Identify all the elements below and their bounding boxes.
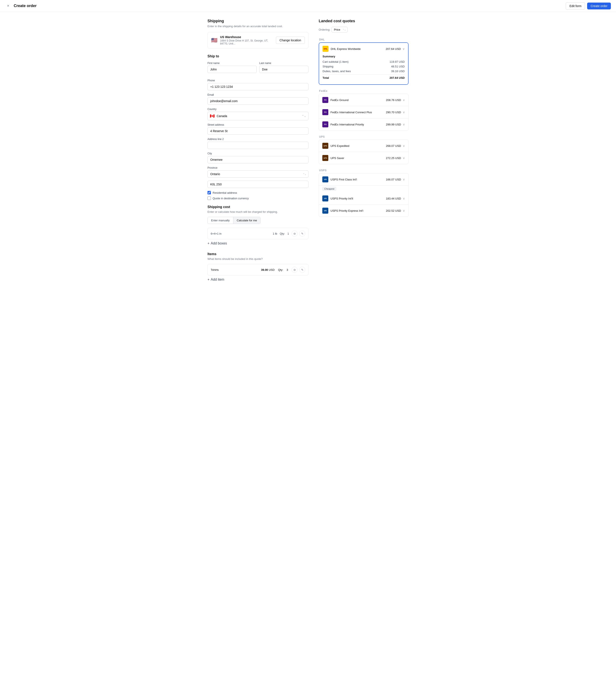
right-panel: Landed cost quotes Ordering: Price Name … bbox=[319, 19, 409, 282]
warehouse-details: US Warehouse 1664 S Dixie Drive H 107, S… bbox=[220, 35, 276, 45]
dhl-carrier-price: 207.64 USD ∨ bbox=[386, 47, 405, 51]
usps-priority-express-row[interactable]: US USPS Priority Express Int'l 202.52 US… bbox=[319, 205, 408, 217]
fedex-ground-row[interactable]: FX FedEx Ground 208.76 USD ∨ bbox=[319, 94, 408, 106]
last-name-label: Last name bbox=[259, 62, 308, 65]
location-box: 🇺🇸 US Warehouse 1664 S Dixie Drive H 107… bbox=[207, 32, 308, 48]
main-content: Shipping Enter in the shipping details f… bbox=[190, 12, 426, 288]
province-select[interactable]: Ontario British Columbia Quebec bbox=[207, 171, 308, 178]
create-order-button[interactable]: Create order bbox=[587, 3, 611, 10]
usps-priority-price: 183.44 USD ∨ bbox=[386, 197, 405, 200]
ups-saver-chevron-icon: ∨ bbox=[403, 156, 405, 160]
ups-expedited-price-value: 268.07 USD bbox=[386, 144, 401, 148]
usps-priority-express-chevron-icon: ∨ bbox=[403, 209, 405, 212]
header-right: Edit form Create order bbox=[566, 2, 611, 10]
left-panel: Shipping Enter in the shipping details f… bbox=[207, 19, 319, 282]
ups-saver-row[interactable]: UPS UPS Saver 272.25 USD ∨ bbox=[319, 152, 408, 164]
ship-to-title: Ship to bbox=[207, 54, 308, 58]
usps-first-class-chevron-icon: ∨ bbox=[403, 178, 405, 181]
close-icon: × bbox=[7, 4, 10, 8]
usps-priority-logo: US bbox=[322, 196, 328, 201]
fedex-priority-price: 299.99 USD ∨ bbox=[386, 123, 405, 126]
ups-expedited-row[interactable]: UPS UPS Expedited 268.07 USD ∨ bbox=[319, 140, 408, 152]
edit-item-button[interactable]: ✎ bbox=[299, 267, 305, 273]
box-row: 6×4×1 in 1 lb Qty: 1 ⊖ ✎ bbox=[207, 228, 308, 239]
fedex-card: FX FedEx Ground 208.76 USD ∨ FX FedEx In… bbox=[319, 94, 409, 130]
item-actions: ⊖ ✎ bbox=[292, 267, 305, 273]
province-select-wrap: Ontario British Columbia Quebec bbox=[207, 171, 308, 178]
delete-box-button[interactable]: ⊖ bbox=[292, 230, 297, 237]
city-group: City bbox=[207, 152, 308, 163]
fedex-priority-left: FX FedEx International Priority bbox=[322, 121, 364, 127]
phone-label: Phone bbox=[207, 79, 308, 82]
residential-checkbox[interactable] bbox=[207, 191, 211, 195]
item-price: 39.00 USD bbox=[261, 268, 274, 272]
add-item-link[interactable]: + Add item bbox=[207, 278, 308, 282]
box-weight: 1 lb bbox=[273, 232, 277, 235]
enter-manually-tab[interactable]: Enter manually bbox=[208, 217, 233, 224]
fedex-connect-chevron-icon: ∨ bbox=[403, 111, 405, 114]
quote-currency-checkbox[interactable] bbox=[207, 197, 211, 200]
usps-priority-express-logo: US bbox=[322, 208, 328, 214]
street-label: Street address bbox=[207, 123, 308, 126]
quote-currency-group: Quote in destination currency bbox=[207, 197, 308, 200]
cheapest-badge: Cheapest bbox=[322, 187, 336, 191]
app-header: × Create order Edit form Create order bbox=[0, 0, 616, 12]
residential-group: Residential address bbox=[207, 191, 308, 195]
email-input[interactable] bbox=[207, 97, 308, 105]
edit-form-button[interactable]: Edit form bbox=[566, 2, 585, 10]
ups-expedited-name: UPS Expedited bbox=[331, 144, 349, 148]
carrier-group-dhl: DHL DHL DHL Express Worldwide 207.64 USD… bbox=[319, 37, 409, 85]
delete-item-button[interactable]: ⊖ bbox=[292, 267, 297, 273]
street-input[interactable] bbox=[207, 127, 308, 135]
country-label: Country bbox=[207, 108, 308, 111]
usps-priority-row[interactable]: US USPS Priority Int'll 183.44 USD ∨ bbox=[319, 192, 408, 205]
page-title: Create order bbox=[14, 4, 37, 8]
fedex-ground-logo: FX bbox=[322, 97, 328, 103]
last-name-input[interactable] bbox=[259, 66, 308, 73]
usps-first-class-price-value: 166.07 USD bbox=[386, 178, 401, 181]
usps-first-class-left: US USPS First Class Int'l bbox=[322, 176, 357, 183]
fedex-priority-logo: FX bbox=[322, 121, 328, 127]
ups-expedited-price: 268.07 USD ∨ bbox=[386, 144, 405, 148]
usps-priority-chevron-icon: ∨ bbox=[403, 197, 405, 200]
usps-priority-left: US USPS Priority Int'll bbox=[322, 196, 353, 201]
first-name-input[interactable] bbox=[207, 66, 257, 73]
plus-icon: + bbox=[207, 241, 209, 245]
dhl-selected-header[interactable]: DHL DHL Express Worldwide 207.64 USD ∨ bbox=[319, 43, 408, 55]
header-left: × Create order bbox=[5, 3, 37, 9]
summary-row-subtotal: Cart subtotal (1 item) 119.97 USD bbox=[322, 60, 405, 63]
fedex-connect-row[interactable]: FX FedEx International Connect Plus 290.… bbox=[319, 106, 408, 118]
carrier-group-usps: USPS US USPS First Class Int'l 166.07 US… bbox=[319, 167, 409, 217]
quotes-title: Landed cost quotes bbox=[319, 19, 409, 23]
phone-input[interactable] bbox=[207, 83, 308, 90]
country-select[interactable]: Canada United States bbox=[217, 113, 300, 120]
summary-total-value: 207.64 USD bbox=[389, 76, 405, 79]
ship-to-section: Ship to First name Last name Phone Email bbox=[207, 54, 308, 200]
ups-saver-logo: UPS bbox=[322, 155, 328, 161]
summary-subtotal-value: 119.97 USD bbox=[389, 60, 405, 63]
ordering-select[interactable]: Price Name bbox=[332, 27, 348, 33]
ordering-label: Ordering: bbox=[319, 28, 330, 31]
usps-priority-express-left: US USPS Priority Express Int'l bbox=[322, 208, 363, 214]
dhl-selected-card: DHL DHL Express Worldwide 207.64 USD ∨ S… bbox=[319, 42, 409, 85]
add-boxes-link[interactable]: + Add boxes bbox=[207, 241, 308, 245]
street-group: Street address bbox=[207, 123, 308, 135]
change-location-button[interactable]: Change location bbox=[276, 37, 305, 44]
calculate-tab[interactable]: Calculate for me bbox=[233, 217, 260, 224]
phone-group: Phone bbox=[207, 79, 308, 90]
edit-box-button[interactable]: ✎ bbox=[299, 230, 305, 237]
fedex-connect-price-value: 290.70 USD bbox=[386, 111, 401, 114]
close-button[interactable]: × bbox=[5, 3, 11, 9]
fedex-connect-price: 290.70 USD ∨ bbox=[386, 111, 405, 114]
fedex-group-label: FedEx bbox=[319, 88, 409, 94]
fedex-connect-left: FX FedEx International Connect Plus bbox=[322, 109, 372, 115]
postal-input[interactable] bbox=[207, 181, 308, 188]
address2-group: Address line 2 bbox=[207, 138, 308, 149]
usps-first-class-row[interactable]: US USPS First Class Int'l 166.07 USD ∨ bbox=[319, 173, 408, 186]
country-flag: 🇨🇦 bbox=[208, 112, 217, 120]
city-input[interactable] bbox=[207, 156, 308, 163]
fedex-priority-row[interactable]: FX FedEx International Priority 299.99 U… bbox=[319, 118, 408, 130]
summary-row-shipping: Shipping 48.51 USD bbox=[322, 65, 405, 68]
dhl-carrier-name: DHL Express Worldwide bbox=[331, 47, 361, 51]
address2-input[interactable] bbox=[207, 142, 308, 149]
